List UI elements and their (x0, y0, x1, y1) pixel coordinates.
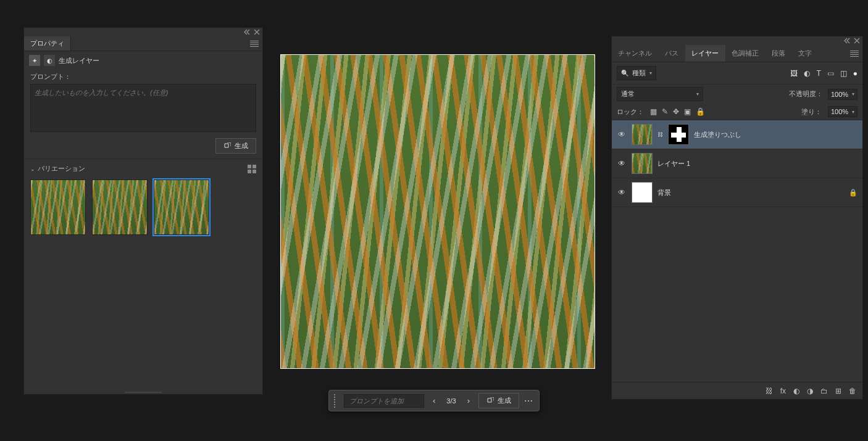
close-icon[interactable] (854, 38, 860, 44)
layers-list: 👁 ⛓ 生成塗りつぶし 👁 レイヤー 1 👁 背景 🔒 (612, 120, 862, 382)
right-panel-header (612, 36, 862, 45)
canvas-image (281, 55, 595, 368)
layer-filter-dropdown[interactable]: 種類 ▾ (617, 66, 656, 80)
lock-icon: 🔒 (849, 189, 858, 197)
filter-adjust-icon[interactable]: ◐ (804, 69, 810, 78)
tab-properties[interactable]: プロパティ (24, 36, 71, 51)
layer-fx-icon[interactable]: fx (780, 387, 786, 395)
filter-dropdown-label: 種類 (632, 68, 646, 78)
context-generate-button[interactable]: 生成 (478, 393, 519, 408)
tab-adjustments[interactable]: 色調補正 (725, 45, 766, 62)
layer-name[interactable]: 背景 (657, 188, 844, 197)
chevron-down-icon[interactable]: ⌄ (30, 166, 35, 172)
lock-row: ロック： ▦ ✎ ✥ ▣ 🔒 塗り： 100% ▾ (612, 104, 862, 120)
tab-layers[interactable]: レイヤー (685, 45, 725, 62)
new-layer-icon[interactable]: ⊞ (835, 387, 841, 395)
tab-paths[interactable]: パス (659, 45, 685, 62)
layer-row-image[interactable]: 👁 レイヤー 1 (612, 149, 862, 178)
layer-row-genfill[interactable]: 👁 ⛓ 生成塗りつぶし (612, 120, 862, 149)
visibility-toggle-icon[interactable]: 👁 (617, 159, 627, 168)
more-options-icon[interactable]: ⋯ (524, 396, 534, 406)
add-mask-icon[interactable]: ◐ (793, 387, 799, 395)
opacity-label: 不透明度： (789, 89, 823, 99)
properties-section-title: ✦ ◐ 生成レイヤー (24, 51, 262, 70)
filter-image-icon[interactable]: 🖼 (790, 69, 798, 78)
panel-menu-icon[interactable] (250, 41, 259, 47)
variation-thumb-3[interactable] (154, 179, 209, 235)
variations-header: ⌄ バリエーション (24, 159, 262, 176)
transform-handle-tr[interactable] (585, 54, 595, 65)
chevron-down-icon: ▾ (696, 91, 699, 97)
close-icon[interactable] (254, 29, 260, 35)
link-mask-icon[interactable]: ⛓ (657, 131, 663, 138)
generate-button[interactable]: 生成 (215, 138, 256, 154)
lock-label: ロック： (617, 107, 644, 117)
layer-thumbnail[interactable] (632, 153, 653, 174)
transform-handle-bl[interactable] (280, 358, 291, 369)
filter-type-icon[interactable]: T (816, 69, 820, 78)
layer-mask-thumbnail[interactable] (668, 124, 689, 145)
properties-panel: プロパティ ✦ ◐ 生成レイヤー プロンプト： 生成 ⌄ (23, 27, 263, 395)
transform-handle-br[interactable] (585, 358, 595, 369)
tab-channels[interactable]: チャンネル (612, 45, 659, 62)
visibility-toggle-icon[interactable]: 👁 (617, 188, 627, 197)
variation-thumbnails (24, 176, 262, 239)
prev-variation-button[interactable]: ‹ (429, 395, 439, 406)
collapse-icon[interactable] (244, 29, 250, 35)
layer-thumbnail[interactable] (632, 182, 653, 203)
lock-position-icon[interactable]: ✥ (673, 107, 679, 116)
visibility-toggle-icon[interactable]: 👁 (617, 130, 627, 139)
lock-pixels-icon[interactable]: ▦ (650, 107, 657, 116)
variations-label: バリエーション (38, 164, 85, 173)
layers-panel: チャンネル パス レイヤー 色調補正 段落 文字 種類 ▾ 🖼 ◐ T ▭ ◫ … (611, 36, 863, 400)
variation-counter: 3/3 (444, 397, 458, 405)
new-group-icon[interactable]: 🗀 (820, 387, 828, 395)
new-fill-icon[interactable]: ◑ (807, 387, 813, 395)
tab-paragraph[interactable]: 段落 (766, 45, 792, 62)
layer-name[interactable]: レイヤー 1 (657, 159, 858, 168)
collapse-icon[interactable] (844, 38, 850, 44)
delete-layer-icon[interactable]: 🗑 (849, 387, 856, 395)
layer-thumbnail[interactable] (632, 124, 653, 145)
fill-input[interactable]: 100% ▾ (828, 106, 858, 117)
drag-grip-icon[interactable] (334, 394, 336, 408)
fill-label: 塗り： (801, 107, 822, 117)
layer-name[interactable]: 生成塗りつぶし (694, 130, 858, 139)
opacity-input[interactable]: 100% ▾ (828, 89, 858, 100)
lock-artboard-icon[interactable]: ▣ (684, 107, 691, 116)
prompt-input[interactable] (30, 84, 256, 132)
canvas-area (280, 54, 598, 385)
layer-filter-icons: 🖼 ◐ T ▭ ◫ ● (790, 69, 858, 78)
layers-footer: ⛓ fx ◐ ◑ 🗀 ⊞ 🗑 (612, 382, 862, 399)
filter-smart-icon[interactable]: ◫ (840, 69, 847, 78)
lock-all-icon[interactable]: 🔒 (696, 107, 705, 116)
lock-brush-icon[interactable]: ✎ (662, 107, 668, 116)
variation-thumb-2[interactable] (92, 179, 148, 235)
prompt-block: プロンプト： 生成 (24, 70, 262, 159)
layer-row-background[interactable]: 👁 背景 🔒 (612, 178, 862, 207)
panel-menu-icon[interactable] (850, 51, 859, 57)
right-panel-tabs: チャンネル パス レイヤー 色調補正 段落 文字 (612, 45, 862, 62)
blend-row: 通常 ▾ 不透明度： 100% ▾ (612, 84, 862, 104)
grid-view-icon[interactable] (248, 165, 256, 173)
filter-toggle-icon[interactable]: ● (853, 69, 858, 78)
contextual-task-bar[interactable]: ‹ 3/3 › 生成 ⋯ (328, 390, 540, 411)
blend-mode-dropdown[interactable]: 通常 ▾ (617, 87, 703, 101)
section-label: 生成レイヤー (59, 56, 99, 65)
link-layers-icon[interactable]: ⛓ (766, 387, 773, 395)
generate-icon (486, 397, 494, 405)
next-variation-button[interactable]: › (464, 395, 474, 406)
transform-handle-tl[interactable] (280, 54, 291, 65)
context-generate-label: 生成 (498, 396, 511, 405)
context-prompt-input[interactable] (344, 394, 424, 408)
chevron-down-icon: ▾ (852, 109, 854, 115)
variation-thumb-1[interactable] (30, 179, 86, 235)
filter-shape-icon[interactable]: ▭ (827, 69, 834, 78)
generate-icon (223, 142, 231, 150)
tab-character[interactable]: 文字 (792, 45, 819, 62)
panel-header (24, 28, 262, 36)
panel-resize-handle[interactable] (24, 390, 262, 394)
chevron-down-icon: ▾ (649, 70, 652, 76)
document-canvas[interactable] (280, 54, 595, 369)
opacity-value: 100% (831, 91, 848, 98)
